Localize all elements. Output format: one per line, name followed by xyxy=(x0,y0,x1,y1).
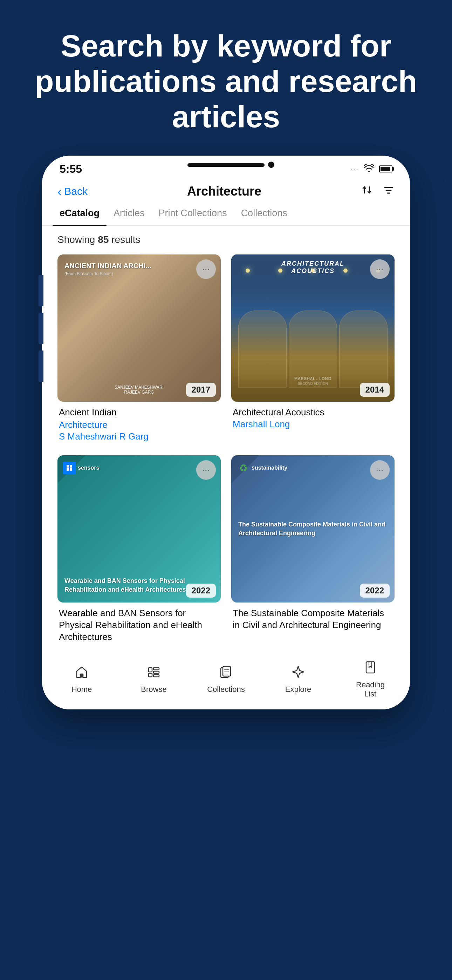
svg-rect-11 xyxy=(153,671,159,673)
book-cover-1: ANCIENT INDIAN ARCHI... (From Blossom To… xyxy=(57,255,221,402)
book-tag-1[interactable]: Architecture xyxy=(59,420,220,430)
results-suffix: results xyxy=(108,234,140,245)
book-info-1: Ancient Indian Architecture S Maheshwari… xyxy=(57,402,221,445)
browse-icon xyxy=(147,665,161,682)
tab-collections[interactable]: Collections xyxy=(234,202,294,225)
tab-print-collections[interactable]: Print Collections xyxy=(152,202,234,225)
back-label: Back xyxy=(64,185,88,197)
book-title-4: The Sustainable Composite Materials in C… xyxy=(232,608,393,631)
book-cover-4: ♻ sustainability The Sustainable Composi… xyxy=(231,455,395,603)
book-cover-3: sensors Wearable and BAN Sensors for Phy… xyxy=(57,455,221,603)
status-time: 5:55 xyxy=(60,162,82,176)
tabs-bar: eCatalog Articles Print Collections Coll… xyxy=(42,202,410,226)
more-options-button-1[interactable]: ··· xyxy=(196,259,216,279)
volume-up-button xyxy=(38,275,43,306)
signal-icon: ··· xyxy=(350,164,359,173)
book-author-1[interactable]: S Maheshwari R Garg xyxy=(59,431,220,442)
more-options-button-2[interactable]: ··· xyxy=(370,259,390,279)
nav-actions xyxy=(361,184,395,199)
more-options-button-3[interactable]: ··· xyxy=(196,460,216,480)
nav-reading-list[interactable]: ReadingList xyxy=(351,660,390,699)
book-cover-subtitle-1: (From Blossom To Bloom) xyxy=(64,271,214,276)
book-cover-body-4: The Sustainable Composite Materials in C… xyxy=(238,520,388,538)
book-title-2: Architectural Acoustics xyxy=(232,407,393,418)
nav-explore[interactable]: Explore xyxy=(279,665,317,694)
status-dot xyxy=(268,162,274,168)
phone-frame: 5:55 ··· ‹ xyxy=(42,156,410,710)
hero-section: Search by keyword for publications and r… xyxy=(0,0,452,156)
year-badge-3: 2022 xyxy=(186,584,216,598)
book-info-2: Architectural Acoustics Marshall Long xyxy=(231,402,395,433)
bottom-nav: Home Browse xyxy=(42,653,410,710)
book-card-2[interactable]: ARCHITECTURALACOUSTICS MARSHALL LONG SEC… xyxy=(231,255,395,445)
wifi-icon xyxy=(364,164,374,175)
svg-rect-8 xyxy=(148,668,152,672)
book-cover-title-1: ANCIENT INDIAN ARCHI... xyxy=(64,261,214,270)
book-info-4: The Sustainable Composite Materials in C… xyxy=(231,603,395,634)
nav-reading-list-label: ReadingList xyxy=(356,680,385,699)
home-icon xyxy=(75,665,89,682)
book2-author-text: MARSHALL LONG xyxy=(231,376,395,381)
book-info-3: Wearable and BAN Sensors for Physical Re… xyxy=(57,603,221,646)
back-button[interactable]: ‹ Back xyxy=(57,185,88,197)
status-icons: ··· xyxy=(350,164,392,175)
explore-icon xyxy=(291,665,305,682)
nav-bar: ‹ Back Architecture xyxy=(42,178,410,202)
results-prefix: Showing xyxy=(57,234,98,245)
book-title-1: Ancient Indian xyxy=(59,407,220,418)
sort-icon[interactable] xyxy=(361,184,373,199)
svg-rect-9 xyxy=(148,673,152,677)
nav-explore-label: Explore xyxy=(285,685,312,694)
volume-down-button xyxy=(38,313,43,344)
book-card-4[interactable]: ♻ sustainability The Sustainable Composi… xyxy=(231,455,395,646)
chevron-left-icon: ‹ xyxy=(57,185,61,197)
year-badge-1: 2017 xyxy=(186,383,216,397)
svg-rect-14 xyxy=(223,666,231,676)
svg-marker-18 xyxy=(293,666,304,678)
battery-icon xyxy=(379,165,392,172)
svg-rect-7 xyxy=(80,674,83,678)
book-cover-title-2: ARCHITECTURALACOUSTICS xyxy=(282,260,344,275)
nav-collections-label: Collections xyxy=(207,685,245,694)
tab-ecatalog[interactable]: eCatalog xyxy=(53,202,107,225)
nav-browse-label: Browse xyxy=(141,685,166,694)
nav-collections[interactable]: Collections xyxy=(207,665,245,694)
book-author-2[interactable]: Marshall Long xyxy=(232,419,393,430)
filter-icon[interactable] xyxy=(383,184,395,199)
svg-rect-19 xyxy=(366,662,374,673)
tab-articles[interactable]: Articles xyxy=(107,202,152,225)
phone-mockup: 5:55 ··· ‹ xyxy=(42,156,410,980)
year-badge-4: 2022 xyxy=(360,584,390,598)
year-badge-2: 2014 xyxy=(360,383,390,397)
book-title-3: Wearable and BAN Sensors for Physical Re… xyxy=(59,608,220,643)
status-bar: 5:55 ··· xyxy=(42,156,410,178)
silent-button xyxy=(38,350,43,382)
collections-icon xyxy=(219,665,233,682)
hero-title: Search by keyword for publications and r… xyxy=(21,28,431,135)
phone-side-buttons xyxy=(38,275,43,382)
svg-rect-12 xyxy=(153,675,159,677)
nav-home[interactable]: Home xyxy=(62,665,101,694)
book-cover-2: ARCHITECTURALACOUSTICS MARSHALL LONG SEC… xyxy=(231,255,395,402)
reading-list-icon xyxy=(363,660,377,678)
book-card-1[interactable]: ANCIENT INDIAN ARCHI... (From Blossom To… xyxy=(57,255,221,445)
book-card-3[interactable]: sensors Wearable and BAN Sensors for Phy… xyxy=(57,455,221,646)
results-number: 85 xyxy=(98,234,108,245)
nav-browse[interactable]: Browse xyxy=(135,665,173,694)
more-options-button-4[interactable]: ··· xyxy=(370,460,390,480)
svg-rect-10 xyxy=(153,668,159,670)
results-count: Showing 85 results xyxy=(42,226,410,251)
books-grid: ANCIENT INDIAN ARCHI... (From Blossom To… xyxy=(42,251,410,653)
page-title: Architecture xyxy=(187,184,261,199)
status-notch xyxy=(188,163,264,167)
nav-home-label: Home xyxy=(72,685,92,694)
